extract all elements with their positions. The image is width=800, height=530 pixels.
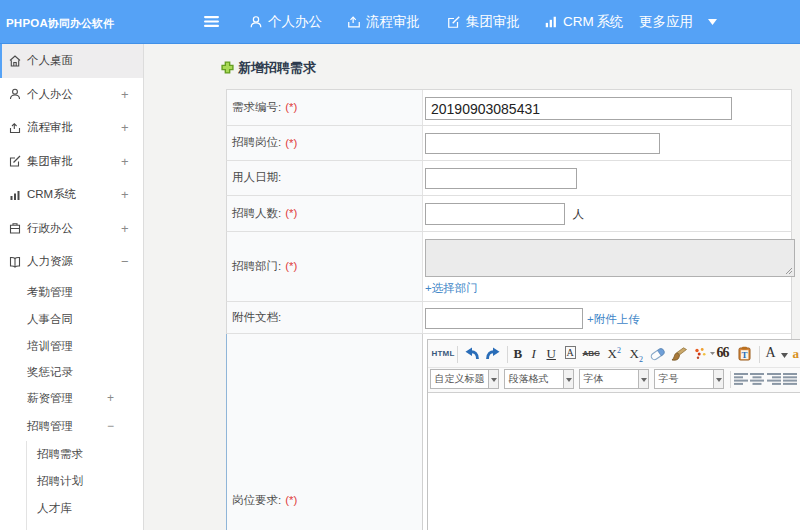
svg-text:T: T xyxy=(741,350,747,360)
